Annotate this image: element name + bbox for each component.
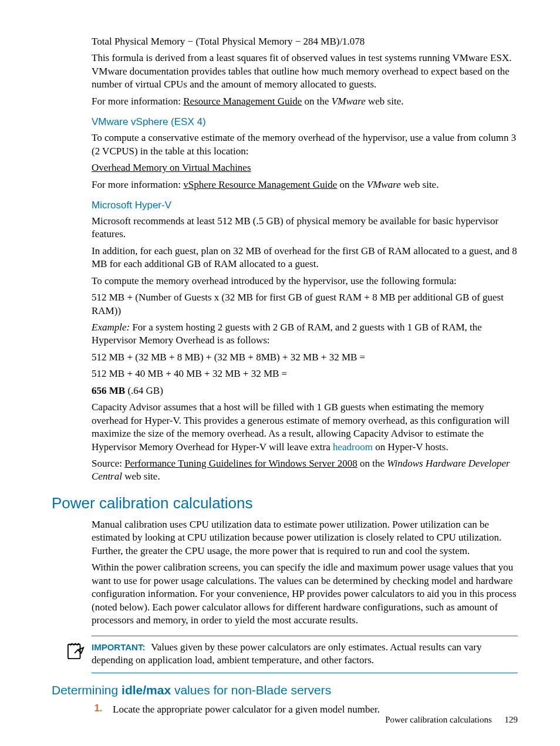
important-callout: IMPORTANT: Values given by these power c…	[92, 636, 518, 674]
hyperv-p1: Microsoft recommends at least 512 MB (.5…	[92, 215, 518, 241]
heading-power-calibration: Power calibration calculations	[52, 494, 518, 512]
footer-title: Power calibration calculations	[385, 715, 492, 724]
important-label: IMPORTANT:	[92, 642, 145, 652]
perf-tuning-guidelines-link[interactable]: Performance Tuning Guidelines for Window…	[124, 458, 357, 469]
hyperv-example-intro: Example: For a system hosting 2 guests w…	[92, 321, 518, 347]
text: values for non-Blade servers	[171, 683, 331, 697]
text: For a system hosting 2 guests with 2 GB …	[92, 322, 482, 346]
text: web site.	[366, 96, 404, 107]
example-label: Example:	[92, 322, 130, 333]
hyperv-result: 656 MB (.64 GB)	[92, 384, 518, 397]
hyperv-p2: In addition, for each guest, plan on 32 …	[92, 245, 518, 271]
hyperv-source: Source: Performance Tuning Guidelines fo…	[92, 457, 518, 484]
text: Determining	[52, 683, 122, 697]
list-number: 1.	[92, 703, 102, 716]
overhead-memory-link[interactable]: Overhead Memory on Virtual Machines	[92, 162, 251, 173]
document-page: Total Physical Memory − (Total Physical …	[0, 0, 560, 746]
text: (.64 GB)	[125, 385, 163, 396]
important-body: IMPORTANT: Values given by these power c…	[92, 641, 518, 667]
important-text: Values given by these power calculators …	[92, 642, 482, 666]
formula-line: Total Physical Memory − (Total Physical …	[92, 35, 518, 48]
page-footer: Power calibration calculations 129	[385, 715, 518, 725]
hyperv-p3: To compute the memory overhead introduce…	[92, 275, 518, 288]
heading-vsphere: VMware vSphere (ESX 4)	[92, 116, 518, 128]
resource-mgmt-guide-link[interactable]: Resource Management Guide	[183, 96, 302, 107]
ordered-list-item: 1. Locate the appropriate power calculat…	[92, 703, 518, 716]
text: web site.	[401, 179, 439, 190]
power-p2: Within the power calibration screens, yo…	[92, 561, 518, 627]
text: on Hyper-V hosts.	[373, 441, 448, 453]
text: on the	[302, 96, 332, 107]
site-name: VMware	[332, 96, 366, 107]
hyperv-calc-line1: 512 MB + (32 MB + 8 MB) + (32 MB + 8MB) …	[92, 351, 518, 364]
body-content: Total Physical Memory − (Total Physical …	[92, 35, 518, 716]
result-value: 656 MB	[92, 385, 125, 396]
text: web site.	[122, 471, 160, 482]
site-name: VMware	[367, 179, 401, 190]
hyperv-formula: 512 MB + (Number of Guests x (32 MB for …	[92, 291, 518, 318]
heading-idlemax: Determining idle/max values for non-Blad…	[52, 683, 518, 698]
hyperv-assumption: Capacity Advisor assumes that a host wil…	[92, 401, 518, 454]
page-number: 129	[505, 715, 518, 724]
power-p1: Manual calibration uses CPU utilization …	[92, 518, 518, 558]
vsphere-p1: To compute a conservative estimate of th…	[92, 131, 518, 158]
list-text: Locate the appropriate power calculator …	[113, 703, 380, 716]
text: on the	[337, 179, 367, 190]
vsphere-resource-guide-link[interactable]: vSphere Resource Management Guide	[183, 179, 337, 190]
important-icon	[67, 641, 85, 662]
text: Source:	[92, 458, 124, 469]
moreinfo-line: For more information: Resource Managemen…	[92, 95, 518, 108]
heading-bold: idle/max	[122, 683, 171, 697]
svg-line-1	[75, 650, 78, 653]
svg-rect-0	[68, 644, 80, 658]
formula-derivation: This formula is derived from a least squ…	[92, 52, 518, 91]
heading-hyperv: Microsoft Hyper-V	[92, 200, 518, 211]
text: For more information:	[92, 179, 183, 190]
text: For more information:	[92, 96, 183, 107]
vsphere-moreinfo: For more information: vSphere Resource M…	[92, 178, 518, 191]
headroom-link[interactable]: headroom	[333, 441, 373, 453]
hyperv-calc-line2: 512 MB + 40 MB + 40 MB + 32 MB + 32 MB =	[92, 367, 518, 380]
overhead-memory-link-line: Overhead Memory on Virtual Machines	[92, 161, 518, 174]
text: on the	[357, 458, 387, 469]
